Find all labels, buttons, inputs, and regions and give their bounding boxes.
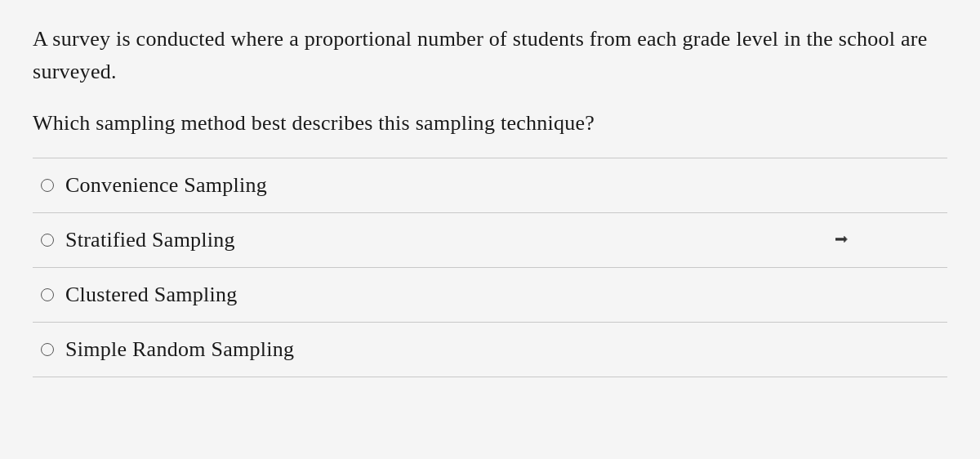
options-list: Convenience Sampling Stratified Sampling… (33, 158, 947, 377)
option-convenience-label: Convenience Sampling (65, 173, 267, 198)
option-clustered[interactable]: Clustered Sampling (33, 268, 947, 323)
question-paragraph1: A survey is conducted where a proportion… (33, 23, 947, 89)
option-stratified[interactable]: Stratified Sampling ⮕ (33, 213, 947, 268)
cursor-arrow-icon: ⮕ (835, 231, 849, 248)
option-simple-random-label: Simple Random Sampling (65, 337, 294, 362)
option-stratified-label: Stratified Sampling (65, 228, 235, 252)
radio-stratified[interactable] (41, 234, 54, 247)
option-convenience[interactable]: Convenience Sampling (33, 158, 947, 213)
main-container: A survey is conducted where a proportion… (0, 0, 980, 459)
question-paragraph2: Which sampling method best describes thi… (33, 107, 947, 140)
option-clustered-label: Clustered Sampling (65, 283, 238, 307)
radio-convenience[interactable] (41, 179, 54, 192)
option-simple-random[interactable]: Simple Random Sampling (33, 323, 947, 377)
radio-simple-random[interactable] (41, 343, 54, 356)
radio-clustered[interactable] (41, 288, 54, 301)
